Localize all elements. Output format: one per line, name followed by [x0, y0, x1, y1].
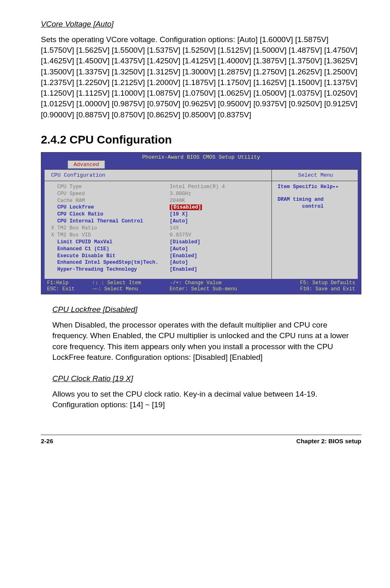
bios-row-value: [Disabled] [170, 239, 267, 246]
bios-row-label: X TM2 Bus VID [51, 232, 170, 239]
bios-row-label: CPU Type [51, 184, 170, 191]
cpu-config-heading: 2.4.2 CPU Configuration [41, 133, 361, 146]
bios-row[interactable]: CPU Internal Thermal Control[Auto] [51, 218, 267, 225]
bios-row[interactable]: Execute Disable Bit[Enabled] [51, 253, 267, 260]
chapter-label: Chapter 2: BIOS setup [296, 438, 361, 444]
item-specific-help: Item Specific Help▸▸ [278, 184, 354, 191]
bios-screenshot: Phoenix-Award BIOS CMOS Setup Utility Ad… [41, 152, 361, 294]
bios-row-label: Enhanced Intel SpeedStep(tm)Tech. [51, 259, 170, 266]
footer-defaults: F5: Setup Defaults [268, 280, 355, 286]
help-body2: control [278, 203, 354, 210]
cpu-lockfree-body: When Disabled, the processor operates wi… [52, 320, 361, 363]
vcore-heading: VCore Voltage [Auto] [41, 20, 361, 29]
bios-row-value: 3.80GHz [170, 191, 267, 197]
bios-row-value: [Disabled] [170, 204, 267, 211]
bios-row-label: Cache RAM [51, 197, 170, 204]
bios-row-label: Limit CPUID MaxVal [51, 239, 170, 246]
bios-row[interactable]: Enhanced Intel SpeedStep(tm)Tech.[Auto] [51, 259, 267, 266]
page-footer: 2-26 Chapter 2: BIOS setup [41, 435, 361, 444]
bios-row: CPU Speed3.80GHz [51, 191, 267, 197]
bios-row-value: Intel Pentium(R) 4 [170, 184, 267, 191]
cpu-clock-ratio-body1: Allows you to set the CPU clock ratio. K… [52, 389, 361, 399]
bios-row-label: Execute Disable Bit [51, 253, 170, 260]
bios-row-value: [Auto] [170, 218, 267, 225]
bios-footer: F1:Help ↑↓ : Select Item -/+: Change Val… [41, 279, 361, 294]
bios-row-label: Hyper-Threading Technology [51, 266, 170, 273]
bios-row: X TM2 Bus Ratio14X [51, 225, 267, 232]
bios-title: Phoenix-Award BIOS CMOS Setup Utility [41, 153, 361, 160]
bios-row-value: [Auto] [170, 246, 267, 253]
cpu-clock-ratio-body2: Configuration options: [14] ~ [19] [52, 399, 361, 410]
vcore-body: Sets the operating VCore voltage. Config… [41, 34, 361, 120]
bios-row-value: [Auto] [170, 259, 267, 266]
page-number: 2-26 [41, 438, 53, 444]
footer-select-item: ↑↓ : Select Item [92, 280, 170, 286]
select-menu-label: Select Menu [278, 172, 354, 180]
bios-row-value: [19 X] [170, 211, 267, 218]
bios-row[interactable]: CPU Lockfree[Disabled] [51, 204, 267, 211]
bios-tab-advanced[interactable]: Advanced [67, 160, 105, 168]
bios-row-label: Enhanced C1 (C1E) [51, 246, 170, 253]
bios-row-value: [Enabled] [170, 266, 267, 273]
footer-enter: Enter: Select Sub-menu [170, 286, 268, 292]
cpu-lockfree-heading: CPU Lockfree [Disabled] [52, 305, 361, 314]
bios-row: CPU TypeIntel Pentium(R) 4 [51, 184, 267, 191]
bios-row-label: X TM2 Bus Ratio [51, 225, 170, 232]
cpu-clock-ratio-heading: CPU Clock Ratio [19 X] [52, 374, 361, 383]
bios-row-value: 0.8375V [170, 232, 267, 239]
bios-row[interactable]: Limit CPUID MaxVal[Disabled] [51, 239, 267, 246]
bios-row[interactable]: CPU Clock Ratio[19 X] [51, 211, 267, 218]
bios-row-label: CPU Clock Ratio [51, 211, 170, 218]
footer-f1: F1:Help [47, 280, 92, 286]
bios-tab-row: Advanced [41, 160, 361, 169]
bios-left-panel: CPU Configuration CPU TypeIntel Pentium(… [45, 170, 272, 279]
bios-row: X TM2 Bus VID0.8375V [51, 232, 267, 239]
footer-esc: ESC: Exit [47, 286, 92, 292]
bios-panel-title: CPU Configuration [51, 172, 267, 180]
footer-save: F10: Save and Exit [268, 286, 355, 292]
footer-change-value: -/+: Change Value [170, 280, 268, 286]
bios-row-value: [Enabled] [170, 253, 267, 260]
bios-row-value: 14X [170, 225, 267, 232]
bios-row-label: CPU Lockfree [51, 204, 170, 211]
bios-row-value: 2048K [170, 197, 267, 204]
bios-row[interactable]: Hyper-Threading Technology[Enabled] [51, 266, 267, 273]
footer-select-menu: →←: Select Menu [92, 286, 170, 292]
bios-row-label: CPU Speed [51, 191, 170, 197]
bios-row: Cache RAM2048K [51, 197, 267, 204]
help-body1: DRAM timing and [278, 196, 354, 203]
bios-row[interactable]: Enhanced C1 (C1E)[Auto] [51, 246, 267, 253]
bios-row-label: CPU Internal Thermal Control [51, 218, 170, 225]
bios-help-panel: Select Menu Item Specific Help▸▸ DRAM ti… [272, 170, 358, 279]
